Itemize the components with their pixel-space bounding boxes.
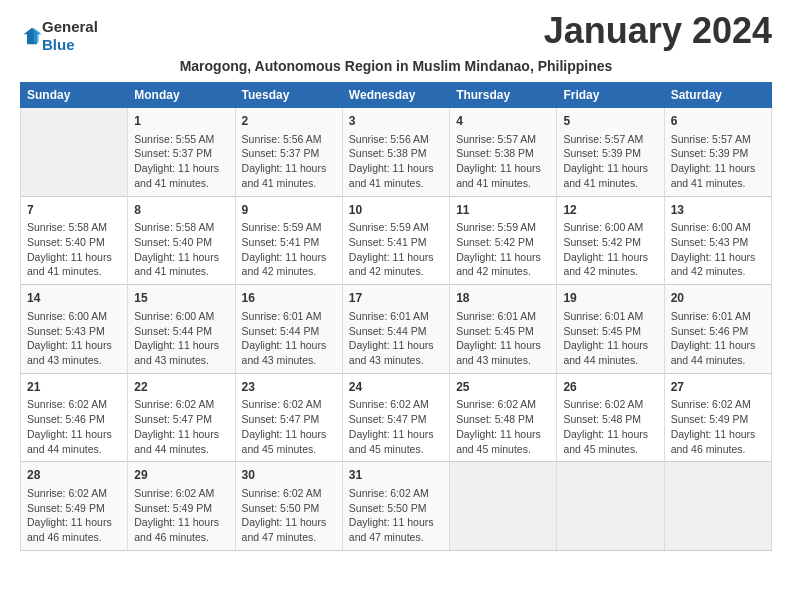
week-row-3: 21Sunrise: 6:02 AMSunset: 5:46 PMDayligh… bbox=[21, 373, 772, 462]
day-info: Sunrise: 6:02 AMSunset: 5:48 PMDaylight:… bbox=[563, 397, 657, 456]
calendar-cell: 19Sunrise: 6:01 AMSunset: 5:45 PMDayligh… bbox=[557, 285, 664, 374]
day-info: Sunrise: 6:02 AMSunset: 5:47 PMDaylight:… bbox=[242, 397, 336, 456]
calendar-cell bbox=[664, 462, 771, 551]
week-row-4: 28Sunrise: 6:02 AMSunset: 5:49 PMDayligh… bbox=[21, 462, 772, 551]
day-number: 4 bbox=[456, 113, 550, 130]
day-number: 10 bbox=[349, 202, 443, 219]
day-number: 2 bbox=[242, 113, 336, 130]
day-number: 14 bbox=[27, 290, 121, 307]
calendar-cell: 29Sunrise: 6:02 AMSunset: 5:49 PMDayligh… bbox=[128, 462, 235, 551]
day-number: 26 bbox=[563, 379, 657, 396]
calendar-cell bbox=[557, 462, 664, 551]
week-row-0: 1Sunrise: 5:55 AMSunset: 5:37 PMDaylight… bbox=[21, 108, 772, 197]
calendar-cell: 12Sunrise: 6:00 AMSunset: 5:42 PMDayligh… bbox=[557, 196, 664, 285]
calendar-cell: 11Sunrise: 5:59 AMSunset: 5:42 PMDayligh… bbox=[450, 196, 557, 285]
calendar-cell: 6Sunrise: 5:57 AMSunset: 5:39 PMDaylight… bbox=[664, 108, 771, 197]
day-number: 24 bbox=[349, 379, 443, 396]
day-number: 15 bbox=[134, 290, 228, 307]
day-number: 22 bbox=[134, 379, 228, 396]
calendar-cell: 15Sunrise: 6:00 AMSunset: 5:44 PMDayligh… bbox=[128, 285, 235, 374]
calendar-cell: 28Sunrise: 6:02 AMSunset: 5:49 PMDayligh… bbox=[21, 462, 128, 551]
day-info: Sunrise: 6:01 AMSunset: 5:45 PMDaylight:… bbox=[456, 309, 550, 368]
day-number: 30 bbox=[242, 467, 336, 484]
calendar-header-row: SundayMondayTuesdayWednesdayThursdayFrid… bbox=[21, 83, 772, 108]
calendar-cell: 23Sunrise: 6:02 AMSunset: 5:47 PMDayligh… bbox=[235, 373, 342, 462]
day-info: Sunrise: 6:02 AMSunset: 5:50 PMDaylight:… bbox=[349, 486, 443, 545]
day-number: 6 bbox=[671, 113, 765, 130]
day-info: Sunrise: 6:00 AMSunset: 5:43 PMDaylight:… bbox=[27, 309, 121, 368]
calendar-cell: 21Sunrise: 6:02 AMSunset: 5:46 PMDayligh… bbox=[21, 373, 128, 462]
week-row-2: 14Sunrise: 6:00 AMSunset: 5:43 PMDayligh… bbox=[21, 285, 772, 374]
day-info: Sunrise: 6:02 AMSunset: 5:48 PMDaylight:… bbox=[456, 397, 550, 456]
day-info: Sunrise: 6:01 AMSunset: 5:44 PMDaylight:… bbox=[242, 309, 336, 368]
calendar-cell bbox=[21, 108, 128, 197]
calendar-subtitle: Marogong, Autonomous Region in Muslim Mi… bbox=[20, 58, 772, 74]
calendar-cell bbox=[450, 462, 557, 551]
calendar-cell: 2Sunrise: 5:56 AMSunset: 5:37 PMDaylight… bbox=[235, 108, 342, 197]
day-info: Sunrise: 6:01 AMSunset: 5:44 PMDaylight:… bbox=[349, 309, 443, 368]
day-info: Sunrise: 5:59 AMSunset: 5:41 PMDaylight:… bbox=[349, 220, 443, 279]
day-number: 18 bbox=[456, 290, 550, 307]
week-row-1: 7Sunrise: 5:58 AMSunset: 5:40 PMDaylight… bbox=[21, 196, 772, 285]
day-number: 17 bbox=[349, 290, 443, 307]
calendar-cell: 14Sunrise: 6:00 AMSunset: 5:43 PMDayligh… bbox=[21, 285, 128, 374]
header-wednesday: Wednesday bbox=[342, 83, 449, 108]
logo-icon bbox=[22, 26, 42, 46]
day-info: Sunrise: 5:58 AMSunset: 5:40 PMDaylight:… bbox=[134, 220, 228, 279]
day-number: 27 bbox=[671, 379, 765, 396]
day-number: 19 bbox=[563, 290, 657, 307]
day-info: Sunrise: 5:57 AMSunset: 5:39 PMDaylight:… bbox=[671, 132, 765, 191]
calendar-cell: 17Sunrise: 6:01 AMSunset: 5:44 PMDayligh… bbox=[342, 285, 449, 374]
day-number: 3 bbox=[349, 113, 443, 130]
calendar-table: SundayMondayTuesdayWednesdayThursdayFrid… bbox=[20, 82, 772, 551]
day-info: Sunrise: 6:02 AMSunset: 5:49 PMDaylight:… bbox=[671, 397, 765, 456]
day-info: Sunrise: 6:02 AMSunset: 5:47 PMDaylight:… bbox=[349, 397, 443, 456]
day-info: Sunrise: 5:57 AMSunset: 5:38 PMDaylight:… bbox=[456, 132, 550, 191]
day-number: 16 bbox=[242, 290, 336, 307]
calendar-cell: 24Sunrise: 6:02 AMSunset: 5:47 PMDayligh… bbox=[342, 373, 449, 462]
calendar-cell: 5Sunrise: 5:57 AMSunset: 5:39 PMDaylight… bbox=[557, 108, 664, 197]
logo-blue-text: Blue bbox=[42, 36, 75, 53]
day-info: Sunrise: 6:02 AMSunset: 5:46 PMDaylight:… bbox=[27, 397, 121, 456]
calendar-cell: 25Sunrise: 6:02 AMSunset: 5:48 PMDayligh… bbox=[450, 373, 557, 462]
day-number: 5 bbox=[563, 113, 657, 130]
calendar-cell: 4Sunrise: 5:57 AMSunset: 5:38 PMDaylight… bbox=[450, 108, 557, 197]
calendar-body: 1Sunrise: 5:55 AMSunset: 5:37 PMDaylight… bbox=[21, 108, 772, 551]
calendar-cell: 30Sunrise: 6:02 AMSunset: 5:50 PMDayligh… bbox=[235, 462, 342, 551]
day-number: 7 bbox=[27, 202, 121, 219]
day-number: 13 bbox=[671, 202, 765, 219]
header-tuesday: Tuesday bbox=[235, 83, 342, 108]
day-number: 29 bbox=[134, 467, 228, 484]
day-info: Sunrise: 5:58 AMSunset: 5:40 PMDaylight:… bbox=[27, 220, 121, 279]
header-friday: Friday bbox=[557, 83, 664, 108]
day-info: Sunrise: 6:02 AMSunset: 5:49 PMDaylight:… bbox=[134, 486, 228, 545]
calendar-cell: 27Sunrise: 6:02 AMSunset: 5:49 PMDayligh… bbox=[664, 373, 771, 462]
day-info: Sunrise: 5:56 AMSunset: 5:37 PMDaylight:… bbox=[242, 132, 336, 191]
calendar-cell: 10Sunrise: 5:59 AMSunset: 5:41 PMDayligh… bbox=[342, 196, 449, 285]
logo-general-text: General bbox=[42, 18, 98, 35]
day-number: 28 bbox=[27, 467, 121, 484]
day-number: 11 bbox=[456, 202, 550, 219]
day-info: Sunrise: 5:57 AMSunset: 5:39 PMDaylight:… bbox=[563, 132, 657, 191]
day-info: Sunrise: 6:02 AMSunset: 5:50 PMDaylight:… bbox=[242, 486, 336, 545]
day-info: Sunrise: 6:00 AMSunset: 5:44 PMDaylight:… bbox=[134, 309, 228, 368]
header-saturday: Saturday bbox=[664, 83, 771, 108]
day-number: 23 bbox=[242, 379, 336, 396]
day-info: Sunrise: 5:56 AMSunset: 5:38 PMDaylight:… bbox=[349, 132, 443, 191]
day-info: Sunrise: 5:59 AMSunset: 5:41 PMDaylight:… bbox=[242, 220, 336, 279]
day-number: 9 bbox=[242, 202, 336, 219]
calendar-cell: 13Sunrise: 6:00 AMSunset: 5:43 PMDayligh… bbox=[664, 196, 771, 285]
day-info: Sunrise: 6:01 AMSunset: 5:46 PMDaylight:… bbox=[671, 309, 765, 368]
day-number: 20 bbox=[671, 290, 765, 307]
calendar-cell: 31Sunrise: 6:02 AMSunset: 5:50 PMDayligh… bbox=[342, 462, 449, 551]
calendar-cell: 1Sunrise: 5:55 AMSunset: 5:37 PMDaylight… bbox=[128, 108, 235, 197]
day-number: 1 bbox=[134, 113, 228, 130]
calendar-cell: 3Sunrise: 5:56 AMSunset: 5:38 PMDaylight… bbox=[342, 108, 449, 197]
calendar-cell: 8Sunrise: 5:58 AMSunset: 5:40 PMDaylight… bbox=[128, 196, 235, 285]
day-info: Sunrise: 6:00 AMSunset: 5:43 PMDaylight:… bbox=[671, 220, 765, 279]
day-info: Sunrise: 6:02 AMSunset: 5:47 PMDaylight:… bbox=[134, 397, 228, 456]
calendar-cell: 22Sunrise: 6:02 AMSunset: 5:47 PMDayligh… bbox=[128, 373, 235, 462]
day-number: 31 bbox=[349, 467, 443, 484]
day-info: Sunrise: 6:02 AMSunset: 5:49 PMDaylight:… bbox=[27, 486, 121, 545]
day-info: Sunrise: 5:55 AMSunset: 5:37 PMDaylight:… bbox=[134, 132, 228, 191]
